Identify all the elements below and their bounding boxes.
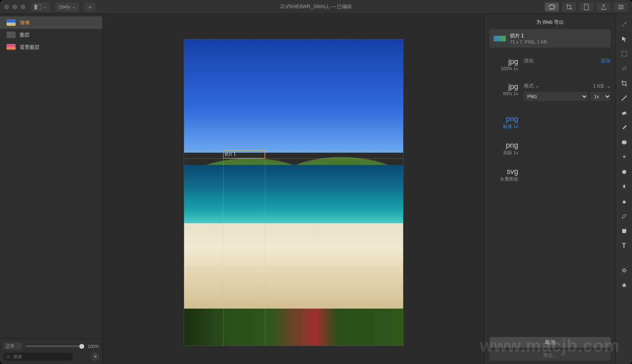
format-label: 格式 xyxy=(524,83,534,89)
rect-icon[interactable] xyxy=(620,227,629,236)
view-mode-button[interactable]: ⌄ xyxy=(31,2,50,11)
svg-point-8 xyxy=(625,66,626,67)
zoom-value: 294% xyxy=(59,5,70,9)
svg-point-4 xyxy=(620,8,621,9)
flame-icon[interactable] xyxy=(620,182,629,191)
layer-name: 背景图层 xyxy=(20,44,39,51)
settings-icon[interactable] xyxy=(614,2,628,11)
size-label: 1 KB xyxy=(593,83,604,89)
opacity-value: 100% xyxy=(88,344,99,349)
svg-rect-7 xyxy=(622,51,627,56)
smudge-icon[interactable] xyxy=(620,197,629,206)
svg-point-5 xyxy=(7,355,9,358)
layer-thumb xyxy=(7,19,16,26)
svg-point-3 xyxy=(622,6,623,7)
scale-select[interactable]: 1x xyxy=(591,92,611,101)
sparkle-icon[interactable] xyxy=(620,153,629,162)
svg-rect-1 xyxy=(37,5,41,9)
eraser-icon[interactable] xyxy=(620,108,629,117)
layer-thumb xyxy=(7,44,16,50)
layer-row[interactable]: 背景图层 xyxy=(0,41,102,53)
layer-search-input[interactable] xyxy=(3,353,73,361)
search-icon xyxy=(6,354,11,361)
slice-detail: 71 x 7, PNG, 1 KB xyxy=(510,39,547,44)
marquee-icon[interactable] xyxy=(620,49,629,58)
layer-name: 海滩 xyxy=(20,19,30,26)
svg-point-14 xyxy=(623,269,625,272)
crop-tool-icon[interactable] xyxy=(620,79,629,88)
slice-thumb xyxy=(494,36,506,41)
add-optimize-link[interactable]: 添加 xyxy=(601,57,611,64)
blob-icon[interactable] xyxy=(620,167,629,176)
preset-png-standard[interactable]: png标准 1x xyxy=(489,115,611,130)
export-title: 为 Web 导出 xyxy=(489,17,611,29)
slice-label: 切片 1 xyxy=(224,151,236,157)
pen-icon[interactable] xyxy=(620,212,629,221)
visibility-toggle[interactable] xyxy=(92,353,99,360)
star-icon[interactable] xyxy=(620,281,629,290)
crop-icon[interactable] xyxy=(562,2,576,11)
slice-card[interactable]: 切片 1 71 x 7, PNG, 1 KB xyxy=(489,29,611,48)
svg-point-12 xyxy=(622,170,626,174)
svg-rect-0 xyxy=(35,5,37,9)
svg-point-2 xyxy=(619,5,620,6)
preset-png-advanced[interactable]: png高级 1x xyxy=(489,141,611,156)
slice-name: 切片 1 xyxy=(510,32,547,39)
window-traffic-lights[interactable] xyxy=(4,5,25,9)
magic-wand-icon[interactable] xyxy=(620,64,629,73)
arrow-icon[interactable] xyxy=(620,34,629,43)
svg-line-6 xyxy=(9,358,10,359)
layer-row[interactable]: 海滩 xyxy=(0,16,102,29)
format-select[interactable]: PNG xyxy=(524,92,588,101)
layers-panel: 海滩 图层 背景图层 正常⌄ 100% xyxy=(0,14,103,364)
preset-jpg-80[interactable]: jpg80% 1x 格式 ⌄ 1 KB ⌄ PNG 1x xyxy=(489,82,611,103)
canvas[interactable]: 切片 1 xyxy=(184,39,403,346)
titlebar: ⌄ 294%⌄ + 2LV5HIE6WR_SMALL — 已编辑 xyxy=(0,0,632,14)
layer-thumb xyxy=(7,32,16,38)
cancel-button[interactable]: 取消 xyxy=(489,337,611,348)
svg-rect-10 xyxy=(622,111,626,115)
text-icon[interactable]: T xyxy=(620,241,629,250)
toolstrip: T xyxy=(616,14,632,364)
svg-rect-13 xyxy=(622,229,626,233)
opacity-slider[interactable] xyxy=(25,346,84,347)
brush-icon[interactable] xyxy=(620,20,629,29)
svg-point-11 xyxy=(622,140,627,144)
add-tab-button[interactable]: + xyxy=(85,2,95,11)
blend-mode-select[interactable]: 正常⌄ xyxy=(3,342,22,350)
layers-footer: 正常⌄ 100% xyxy=(0,339,102,364)
svg-line-9 xyxy=(622,96,627,101)
gear-icon[interactable] xyxy=(620,266,629,275)
preset-svg[interactable]: svg矢量图形 xyxy=(489,167,611,182)
preset-jpg-100[interactable]: jpg100% 1x 优化 添加 xyxy=(489,57,611,71)
layer-row[interactable]: 图层 xyxy=(0,29,102,41)
shape-oval-icon[interactable] xyxy=(620,138,629,147)
layer-name: 图层 xyxy=(20,32,30,39)
expand-icon[interactable]: ⌄ xyxy=(607,83,611,89)
color-picker-icon[interactable] xyxy=(620,123,629,132)
share-icon[interactable] xyxy=(597,2,611,11)
lasso-icon[interactable] xyxy=(545,2,559,11)
layer-list: 海滩 图层 背景图层 xyxy=(0,14,102,339)
zoom-level[interactable]: 294%⌄ xyxy=(55,2,79,11)
line-icon[interactable] xyxy=(620,94,629,103)
optimize-label: 优化 xyxy=(524,57,534,64)
export-button[interactable]: 导出… xyxy=(489,350,611,361)
export-panel: 为 Web 导出 切片 1 71 x 7, PNG, 1 KB jpg100% … xyxy=(484,14,616,364)
canvas-area[interactable]: 切片 1 xyxy=(103,14,484,364)
page-icon[interactable] xyxy=(579,2,593,11)
